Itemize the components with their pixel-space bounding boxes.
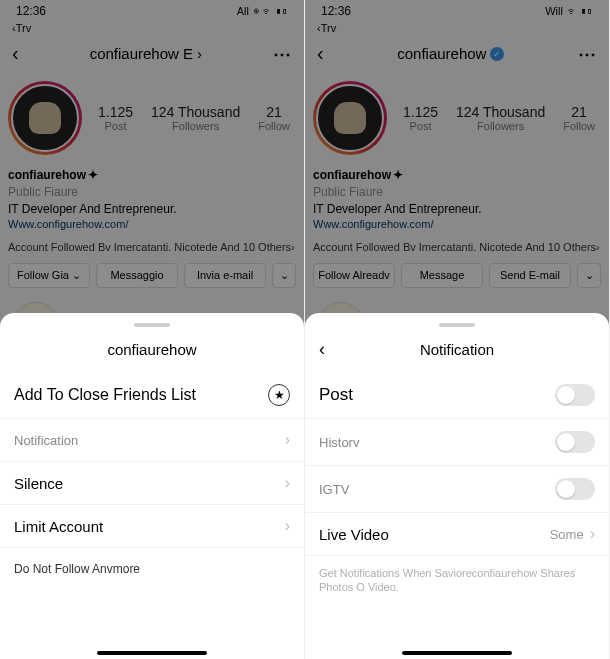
silence-row[interactable]: Silence › [0,462,304,505]
notification-sheet: ‹ Notification Post Historv IGTV Live Vi… [305,313,609,659]
chevron-right-icon: › [285,431,290,449]
right-screen: 12:36 Will ᯤ ▮▯ ‹Trv ‹ confiaurehow ✓ ⋯ … [305,0,610,659]
chevron-right-icon: › [285,474,290,492]
chevron-right-icon: › [285,517,290,535]
action-sheet: confiaurehow Add To Close Friends List ★… [0,313,304,659]
sheet-info-text: Get Notifications When Savioreconfiaureh… [305,556,609,605]
sheet-title: confiaurehow [0,335,304,372]
left-screen: 12:36 All ◉ ᯤ ▮▯ ‹Trv ‹ confiaurehow E ›… [0,0,305,659]
home-indicator[interactable] [97,651,207,655]
toggle-switch[interactable] [555,478,595,500]
chevron-right-icon: › [590,525,595,543]
sheet-handle[interactable] [134,323,170,327]
toggle-switch[interactable] [555,431,595,453]
close-friends-row[interactable]: Add To Close Friends List ★ [0,372,304,419]
post-toggle-row[interactable]: Post [305,372,609,419]
igtv-toggle-row[interactable]: IGTV [305,466,609,513]
home-indicator[interactable] [402,651,512,655]
limit-account-row[interactable]: Limit Account › [0,505,304,548]
sheet-handle[interactable] [439,323,475,327]
live-video-row[interactable]: Live Video Some› [305,513,609,556]
sheet-back-button[interactable]: ‹ [319,339,325,360]
unfollow-row[interactable]: Do Not Follow Anvmore [0,548,304,590]
history-toggle-row[interactable]: Historv [305,419,609,466]
toggle-switch[interactable] [555,384,595,406]
sheet-title: ‹ Notification [305,335,609,372]
star-icon: ★ [268,384,290,406]
notification-row[interactable]: Notification › [0,419,304,462]
